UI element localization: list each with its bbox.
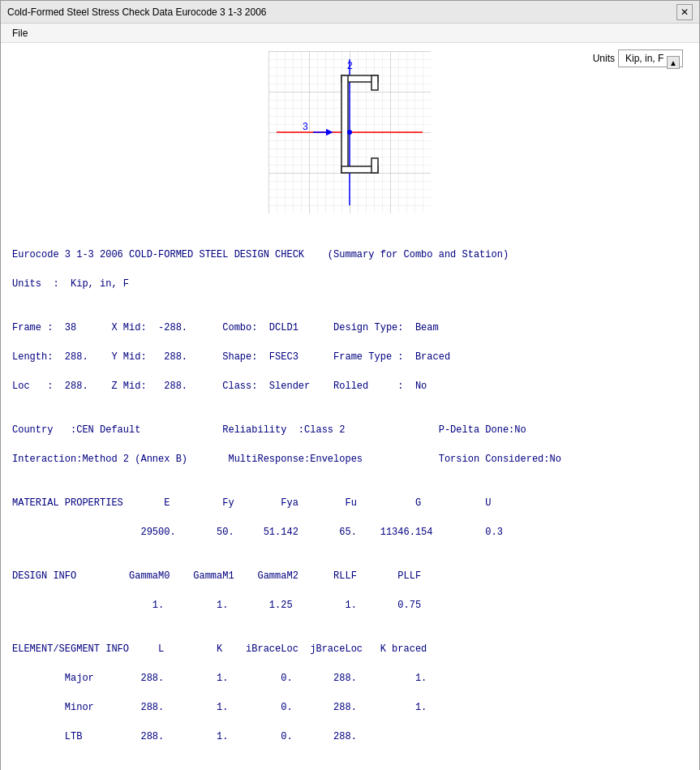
svg-text:2: 2	[347, 60, 353, 71]
title-bar: Cold-Formed Steel Stress Check Data Euro…	[1, 1, 699, 24]
close-button[interactable]: ✕	[676, 4, 693, 20]
svg-text:3: 3	[303, 121, 308, 132]
report-line-12: 29500. 50. 51.142 65. 11346.154 0.3	[12, 525, 688, 540]
report-line-15: 1. 1. 1.25 1. 0.75	[12, 598, 688, 613]
report-line-9: Interaction:Method 2 (Annex B) MultiResp…	[12, 452, 688, 467]
svg-rect-11	[371, 158, 378, 173]
svg-point-12	[347, 130, 352, 135]
cross-section-diagram: 3 2	[268, 51, 431, 213]
report-line-19: Minor 288. 1. 0. 288. 1.	[12, 700, 688, 715]
report-line-11: MATERIAL PROPERTIES E Fy Fya Fu G U	[12, 496, 688, 510]
report-line-6: Loc : 288. Z Mid: 288. Class: Slender Ro…	[12, 379, 688, 394]
report-line-5: Length: 288. Y Mid: 288. Shape: FSEC3 Fr…	[12, 350, 688, 364]
report-line-17: ELEMENT/SEGMENT INFO L K iBraceLoc jBrac…	[12, 642, 688, 656]
report-line-18: Major 288. 1. 0. 288. 1.	[12, 671, 688, 686]
report-line-8: Country :CEN Default Reliability :Class …	[12, 423, 688, 437]
report-line-14: DESIGN INFO GammaM0 GammaM1 GammaM2 RLLF…	[12, 569, 688, 583]
main-content: 3 2 Units Kip,	[1, 43, 699, 770]
scroll-up-button[interactable]: ▲	[667, 56, 680, 69]
file-menu[interactable]: File	[7, 26, 32, 41]
svg-rect-10	[371, 75, 378, 90]
units-label: Units	[593, 53, 615, 64]
report-line-2: Units : Kip, in, F	[12, 277, 688, 291]
svg-rect-8	[341, 75, 348, 173]
report-content: Eurocode 3 1-3 2006 COLD-FORMED STEEL DE…	[1, 230, 699, 770]
diagram-area: 3 2 Units Kip,	[1, 43, 699, 230]
menu-bar: File	[1, 24, 699, 43]
window-title: Cold-Formed Steel Stress Check Data Euro…	[7, 6, 267, 18]
report-line-20: LTB 288. 1. 0. 288.	[12, 729, 688, 744]
report-line-4: Frame : 38 X Mid: -288. Combo: DCLD1 Des…	[12, 320, 688, 335]
units-selector: Units Kip, in, F kN, mm, C kN, m, C ▲	[593, 49, 683, 67]
report-line-1: Eurocode 3 1-3 2006 COLD-FORMED STEEL DE…	[12, 247, 688, 262]
main-window: Cold-Formed Steel Stress Check Data Euro…	[0, 0, 700, 770]
